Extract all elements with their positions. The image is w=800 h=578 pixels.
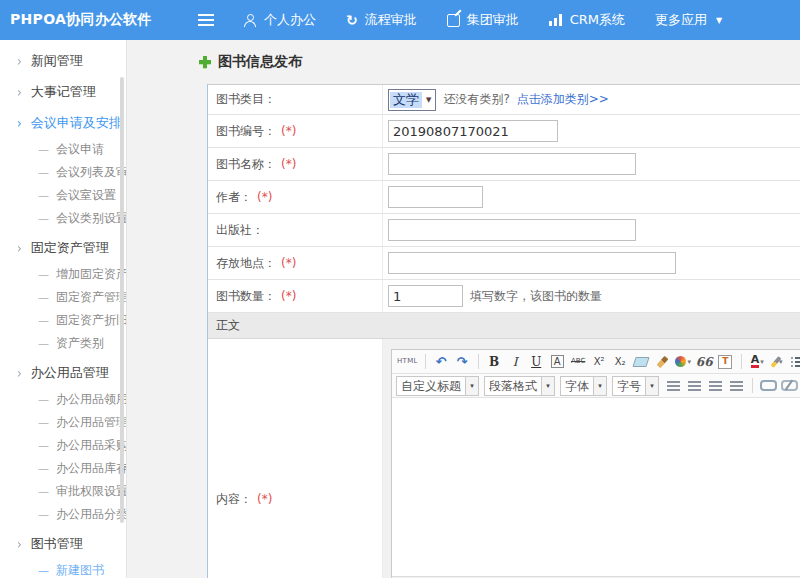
location-input[interactable] xyxy=(388,252,676,274)
underline-icon: U xyxy=(531,356,541,368)
nav-item-crm-system[interactable]: CRM系统 xyxy=(549,11,625,29)
sidebar-subitem-4-3[interactable]: —办公用品库存管理 xyxy=(0,457,126,480)
editor-content-area[interactable] xyxy=(392,398,800,576)
undo-icon[interactable]: ↶ xyxy=(432,352,451,371)
align-left-icon[interactable] xyxy=(664,376,683,395)
form-field-location xyxy=(383,252,800,274)
sidebar-subitem-4-4[interactable]: —审批权限设置 xyxy=(0,480,126,503)
redo-icon[interactable]: ↷ xyxy=(453,352,472,371)
sidebar-subitem-4-2[interactable]: —办公用品采购 xyxy=(0,434,126,457)
category-field: 文学 ▼ 还没有类别? 点击添加类别>> xyxy=(383,89,800,111)
italic-icon[interactable]: I xyxy=(506,352,525,371)
sidebar-subitem-2-3[interactable]: —会议类别设置 xyxy=(0,207,126,230)
sidebar-item-1[interactable]: ›大事记管理 xyxy=(0,79,126,105)
nav-item-personal-office[interactable]: 个人办公 xyxy=(244,11,316,29)
sidebar-subitem-2-0[interactable]: —会议申请 xyxy=(0,138,126,161)
sidebar-subitem-3-0[interactable]: —增加固定资产 xyxy=(0,263,126,286)
format-paint-icon[interactable]: ▾ xyxy=(674,352,693,371)
sidebar-subitem-label: 办公用品库存管理 xyxy=(56,460,127,477)
category-label: 图书类目： xyxy=(208,85,383,114)
align-center-icon[interactable] xyxy=(685,376,704,395)
align-right-icon[interactable] xyxy=(706,376,725,395)
select-caret-icon: ▾ xyxy=(594,376,607,396)
form-label-book-number: 图书编号：(*) xyxy=(208,115,383,147)
form-label-quantity: 图书数量：(*) xyxy=(208,280,383,312)
align-justify-icon[interactable] xyxy=(727,376,746,395)
eraser-icon[interactable] xyxy=(632,352,651,371)
html-source-icon[interactable]: HTML xyxy=(396,352,419,371)
ordered-list-icon[interactable]: ▾ xyxy=(790,352,800,371)
bar-chart-icon xyxy=(549,14,563,26)
font-size-select[interactable]: 字号▾ xyxy=(612,376,659,396)
sidebar-subitem-4-1[interactable]: —办公用品管理 xyxy=(0,411,126,434)
add-category-link[interactable]: 点击添加类别>> xyxy=(517,91,609,108)
unlink-icon xyxy=(781,380,798,391)
sidebar-subitem-label: 增加固定资产 xyxy=(56,266,127,283)
form-row-quantity: 图书数量：(*)填写数字，该图书的数量 xyxy=(208,280,800,313)
sidebar-subitem-2-1[interactable]: —会议列表及审批 xyxy=(0,161,126,184)
sidebar-group: ›新闻管理 xyxy=(0,48,126,74)
sidebar-subitem-label: 会议列表及审批 xyxy=(56,164,127,181)
sidebar-subitem-3-3[interactable]: —资产类别 xyxy=(0,332,126,355)
app-logo: PHPOA协同办公软件 xyxy=(10,11,152,29)
required-mark: (*) xyxy=(257,190,272,204)
sidebar-item-label: 大事记管理 xyxy=(31,83,96,101)
required-mark: (*) xyxy=(281,289,296,303)
font-family-select[interactable]: 字体▾ xyxy=(560,376,607,396)
publisher-input[interactable] xyxy=(388,219,636,241)
sidebar-item-0[interactable]: ›新闻管理 xyxy=(0,48,126,74)
nav-item-label: 流程审批 xyxy=(365,11,417,29)
form-row-author: 作者：(*) xyxy=(208,181,800,214)
blockquote-icon[interactable]: 66 xyxy=(695,352,714,371)
sidebar-subitem-3-1[interactable]: —固定资产管理 xyxy=(0,286,126,309)
dash-icon: — xyxy=(38,439,49,452)
highlight-color-icon[interactable]: ▾ xyxy=(769,352,788,371)
subscript-icon[interactable]: X₂ xyxy=(611,352,630,371)
quantity-input[interactable] xyxy=(388,285,463,307)
clean-format-icon[interactable] xyxy=(653,352,672,371)
author-input[interactable] xyxy=(388,186,483,208)
sidebar-item-3[interactable]: ›固定资产管理 xyxy=(0,235,126,261)
font-box-icon[interactable]: A xyxy=(548,352,567,371)
category-select-value: 文学 xyxy=(390,92,422,108)
nav-item-workflow-approval[interactable]: ↻流程审批 xyxy=(346,11,417,29)
sidebar-subitem-label: 资产类别 xyxy=(56,335,104,352)
unlink-icon[interactable] xyxy=(780,376,799,395)
nav-item-more-apps[interactable]: 更多应用▼ xyxy=(655,11,722,29)
dash-icon: — xyxy=(38,508,49,521)
nav-item-group-approval[interactable]: 集团审批 xyxy=(447,11,519,29)
sidebar-subitem-2-2[interactable]: —会议室设置 xyxy=(0,184,126,207)
workflow-icon: ↻ xyxy=(346,13,358,27)
book-name-input[interactable] xyxy=(388,153,636,175)
required-mark: (*) xyxy=(257,492,272,506)
section-header-body: 正文 xyxy=(208,313,800,339)
hamburger-menu-icon[interactable] xyxy=(198,14,214,26)
category-select[interactable]: 文学 ▼ xyxy=(388,89,436,111)
html-source-icon: HTML xyxy=(397,358,418,365)
content-label: 内容： (*) xyxy=(208,339,383,578)
custom-title-select[interactable]: 自定义标题▾ xyxy=(396,376,479,396)
bold-icon: B xyxy=(489,356,499,368)
link-icon[interactable] xyxy=(759,376,778,395)
sidebar-item-4[interactable]: ›办公用品管理 xyxy=(0,360,126,386)
sidebar-item-2[interactable]: ›会议申请及安排 xyxy=(0,110,126,136)
book-number-input[interactable] xyxy=(388,120,558,142)
sidebar-subitem-3-2[interactable]: —固定资产折旧 xyxy=(0,309,126,332)
superscript-icon[interactable]: X² xyxy=(590,352,609,371)
bold-icon[interactable]: B xyxy=(485,352,504,371)
clean-format-icon xyxy=(656,355,668,367)
paste-as-text-icon[interactable] xyxy=(716,352,735,371)
no-category-text: 还没有类别? xyxy=(443,91,509,108)
sidebar-subitem-5-0[interactable]: —新建图书 xyxy=(0,559,126,578)
form-rows: 图书编号：(*)图书名称：(*)作者：(*)出版社：存放地点：(*)图书数量：(… xyxy=(208,115,800,313)
sidebar-scrollbar[interactable] xyxy=(120,77,124,523)
paragraph-format-select[interactable]: 段落格式▾ xyxy=(484,376,555,396)
sidebar-item-5[interactable]: ›图书管理 xyxy=(0,531,126,557)
dash-icon: — xyxy=(38,189,49,202)
font-color-icon[interactable]: A▾ xyxy=(748,352,767,371)
underline-icon[interactable]: U xyxy=(527,352,546,371)
nav-item-label: 个人办公 xyxy=(264,11,316,29)
sidebar-subitem-4-0[interactable]: —办公用品领用 xyxy=(0,388,126,411)
sidebar-subitem-4-5[interactable]: —办公用品分类设置 xyxy=(0,503,126,526)
strikethrough-icon[interactable]: ABC xyxy=(569,352,588,371)
